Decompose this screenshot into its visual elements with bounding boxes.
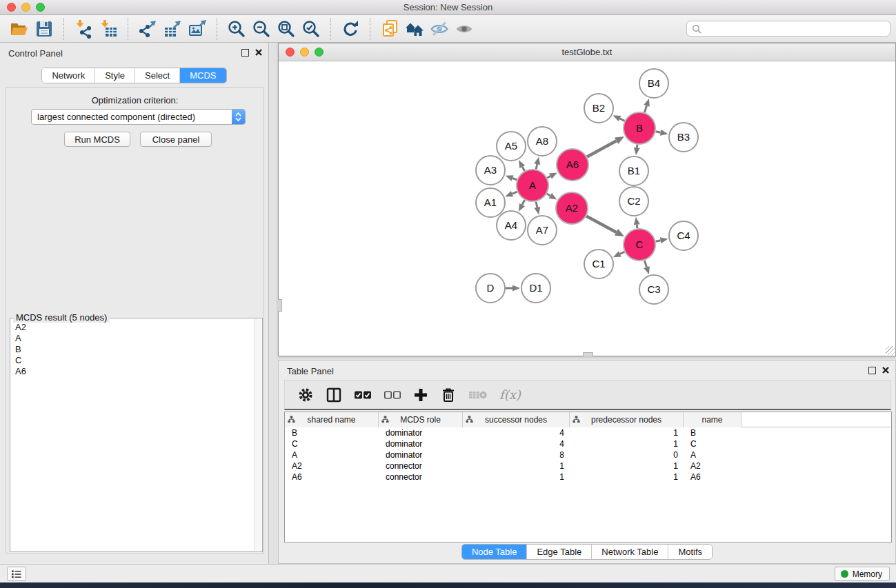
resize-grip[interactable] — [886, 346, 895, 355]
close-table-panel-icon[interactable] — [882, 366, 890, 374]
edge-A-A4[interactable] — [522, 200, 525, 205]
tab-style[interactable]: Style — [94, 68, 135, 83]
edge-A-A1[interactable] — [512, 192, 517, 194]
function-builder-icon: f(x) — [499, 387, 521, 402]
select-all-checkboxes-icon[interactable] — [354, 389, 372, 401]
run-mcds-button[interactable]: Run MCDS — [64, 132, 130, 147]
edge-B-B1[interactable] — [637, 145, 637, 148]
memory-button[interactable]: Memory — [835, 567, 890, 581]
birdseye-handle-bottom[interactable] — [583, 352, 593, 356]
tab-select[interactable]: Select — [135, 68, 179, 83]
result-item[interactable]: A2 — [11, 322, 253, 333]
column-header-shared-name[interactable]: shared name — [285, 412, 379, 427]
import-network-icon[interactable] — [71, 17, 96, 41]
edge-C-C1[interactable] — [620, 252, 625, 254]
result-item[interactable]: B — [11, 344, 253, 355]
edge-C-C2[interactable] — [637, 225, 637, 228]
delete-columns-icon[interactable] — [440, 387, 457, 403]
export-image-icon[interactable] — [185, 17, 210, 41]
edge-A-A2[interactable] — [547, 194, 550, 196]
table-row[interactable]: Bdominator41B — [285, 427, 891, 438]
table-row[interactable]: Adominator80A — [285, 449, 891, 460]
toolbar-separator — [128, 18, 128, 40]
edge-arrow — [634, 217, 640, 225]
optimization-criterion-select[interactable]: largest connected component (directed) — [31, 109, 246, 125]
result-scrollbar[interactable] — [254, 319, 261, 551]
app-titlebar: Session: New Session — [0, 0, 896, 15]
column-header-successor-nodes[interactable]: successor nodes — [463, 412, 570, 427]
edge-A-A3[interactable] — [512, 179, 517, 180]
minimize-network-window-button[interactable] — [300, 48, 309, 57]
edge-B-B2[interactable] — [620, 119, 625, 121]
close-window-button[interactable] — [7, 3, 16, 12]
result-item[interactable]: C — [11, 355, 253, 366]
float-table-panel-icon[interactable] — [868, 367, 876, 374]
export-network-icon[interactable] — [135, 17, 160, 41]
zoom-fit-icon[interactable] — [274, 17, 299, 41]
edge-A-A7[interactable] — [536, 201, 537, 207]
column-header-label: predecessor nodes — [591, 415, 661, 425]
refresh-icon[interactable] — [338, 17, 363, 41]
show-all-eye-icon[interactable] — [452, 17, 477, 41]
float-panel-icon[interactable] — [241, 49, 249, 57]
zoom-out-icon[interactable] — [249, 17, 274, 41]
edge-B-B3[interactable] — [656, 132, 661, 132]
edge-A-A8[interactable] — [536, 164, 537, 169]
search-box[interactable] — [686, 21, 890, 37]
toolbar-separator — [63, 18, 64, 40]
network-window-titlebar[interactable]: testGlobe.txt — [279, 43, 895, 61]
tab-edge-table[interactable]: Edge Table — [526, 545, 591, 559]
table-row[interactable]: A2connector11A2 — [285, 460, 891, 472]
table-cell: C — [285, 439, 379, 449]
minimize-window-button[interactable] — [21, 3, 30, 12]
settings-gear-icon[interactable] — [297, 387, 314, 403]
edge-arrow — [634, 148, 640, 155]
tab-network-table[interactable]: Network Table — [591, 545, 668, 559]
zoom-network-window-button[interactable] — [315, 48, 323, 57]
table-row[interactable]: Cdominator41C — [285, 438, 891, 449]
result-item[interactable]: A6 — [11, 366, 253, 377]
open-session-icon[interactable] — [7, 17, 32, 41]
edge-C-C3[interactable] — [644, 261, 646, 267]
export-table-icon[interactable] — [160, 17, 185, 41]
tab-node-table[interactable]: Node Table — [462, 545, 527, 559]
edge-A-A6[interactable] — [547, 176, 550, 178]
column-header-MCDS-role[interactable]: MCDS role — [379, 412, 463, 427]
tab-network[interactable]: Network — [42, 68, 94, 83]
edge-C-C4[interactable] — [656, 241, 661, 241]
save-session-icon[interactable] — [32, 17, 57, 41]
close-network-window-button[interactable] — [286, 48, 295, 57]
hide-selected-eye-icon[interactable] — [427, 17, 452, 41]
table-row[interactable]: A6connector11A6 — [285, 472, 891, 483]
layout-homes-icon[interactable] — [402, 17, 427, 41]
tab-mcds[interactable]: MCDS — [179, 68, 226, 83]
edge-arrow — [534, 156, 540, 165]
window-controls — [7, 3, 45, 12]
show-columns-icon[interactable] — [326, 387, 342, 403]
task-history-button[interactable] — [7, 567, 26, 581]
add-column-icon[interactable] — [413, 387, 428, 403]
tab-motifs[interactable]: Motifs — [668, 545, 712, 559]
edge-B-B4[interactable] — [644, 105, 646, 112]
column-header-name[interactable]: name — [684, 412, 741, 427]
search-input[interactable] — [701, 23, 890, 35]
network-canvas[interactable]: B4B2BB3A8A5A6A3B1AC2A1A2A4A7C4CC1DD1C3 — [279, 61, 895, 356]
import-table-icon[interactable] — [96, 17, 121, 41]
table-cell: 1 — [570, 439, 684, 449]
zoom-in-icon[interactable] — [224, 17, 249, 41]
zoom-selected-icon[interactable] — [299, 17, 323, 41]
node-label: A8 — [536, 135, 548, 147]
edge-A-A5[interactable] — [522, 167, 524, 171]
edge-A6-B[interactable] — [587, 141, 617, 156]
edge-A2-C[interactable] — [586, 216, 616, 232]
deselect-all-checkboxes-icon[interactable] — [384, 389, 401, 401]
table-cell: 4 — [463, 428, 570, 438]
close-panel-button[interactable]: Close panel — [140, 132, 212, 147]
node-table[interactable]: shared nameMCDS rolesuccessor nodesprede… — [284, 412, 892, 543]
new-network-from-selection-icon[interactable] — [377, 17, 402, 41]
close-panel-icon[interactable] — [255, 48, 263, 57]
zoom-window-button[interactable] — [36, 3, 45, 12]
birdseye-handle-left[interactable] — [278, 299, 282, 312]
column-header-predecessor-nodes[interactable]: predecessor nodes — [570, 412, 684, 427]
result-item[interactable]: A — [11, 333, 253, 344]
